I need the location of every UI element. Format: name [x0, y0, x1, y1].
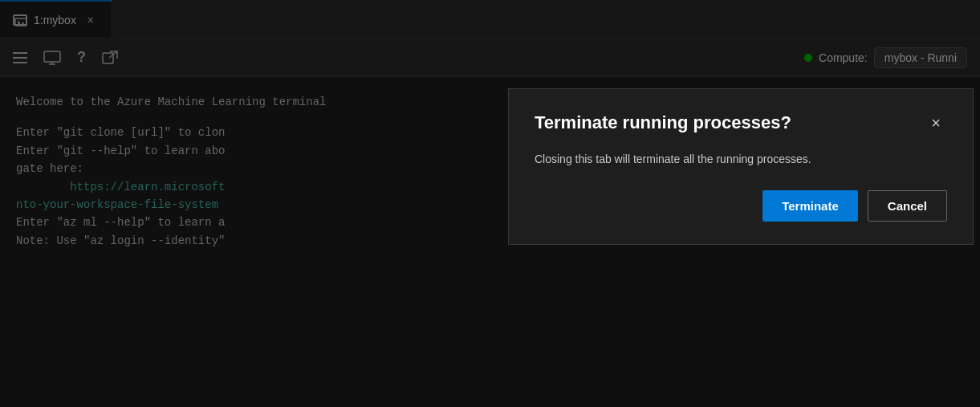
modal-close-button[interactable]: × — [925, 112, 947, 134]
terminate-button[interactable]: Terminate — [762, 190, 858, 222]
terminate-dialog: Terminate running processes? × Closing t… — [508, 88, 974, 245]
modal-overlay: Terminate running processes? × Closing t… — [0, 0, 980, 407]
cancel-button[interactable]: Cancel — [868, 190, 947, 222]
modal-title: Terminate running processes? — [535, 112, 791, 135]
modal-header: Terminate running processes? × — [535, 112, 947, 135]
modal-body-text: Closing this tab will terminate all the … — [535, 151, 947, 168]
modal-actions: Terminate Cancel — [535, 190, 947, 222]
